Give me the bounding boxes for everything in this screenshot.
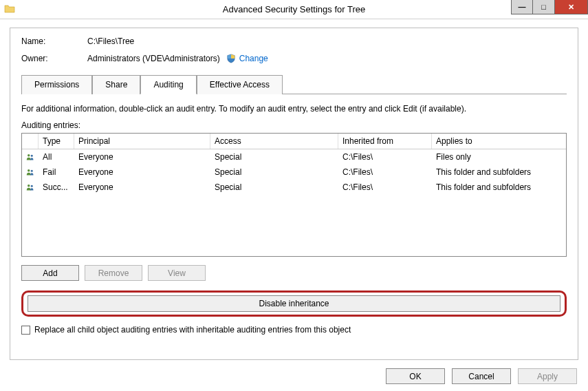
name-value: C:\Files\Tree: [87, 36, 134, 46]
svg-point-5: [31, 185, 33, 187]
cancel-button[interactable]: Cancel: [452, 368, 511, 384]
name-label: Name:: [21, 36, 87, 46]
svg-point-1: [31, 155, 33, 157]
cell-inherited: C:\Files\: [338, 181, 432, 193]
table-row[interactable]: Succ...EveryoneSpecialC:\Files\This fold…: [22, 180, 566, 195]
entries-label: Auditing entries:: [21, 120, 567, 130]
table-row[interactable]: FailEveryoneSpecialC:\Files\This folder …: [22, 165, 566, 180]
ok-button[interactable]: OK: [386, 368, 445, 384]
tab-permissions[interactable]: Permissions: [21, 75, 92, 94]
cell-access: Special: [210, 181, 338, 193]
apply-button: Apply: [518, 368, 577, 384]
svg-point-0: [28, 154, 30, 156]
content-area: Name: C:\Files\Tree Owner: Administrator…: [0, 19, 588, 391]
cell-type: Fail: [39, 166, 74, 178]
security-settings-window: Advanced Security Settings for Tree — □ …: [0, 0, 588, 391]
window-controls: — □ ✕: [511, 0, 588, 14]
svg-point-3: [31, 170, 33, 172]
minimize-button[interactable]: —: [511, 0, 533, 14]
cell-applies: This folder and subfolders: [432, 181, 566, 193]
disable-inheritance-highlight: Disable inheritance: [21, 290, 567, 317]
name-row: Name: C:\Files\Tree: [21, 36, 567, 46]
maximize-button[interactable]: □: [533, 0, 555, 14]
dialog-buttons: OK Cancel Apply: [10, 368, 578, 384]
main-frame: Name: C:\Files\Tree Owner: Administrator…: [10, 28, 578, 360]
shield-icon: [226, 53, 237, 64]
entry-buttons: Add Remove View: [21, 265, 567, 281]
people-icon: [22, 181, 39, 193]
tab-bar: Permissions Share Auditing Effective Acc…: [21, 75, 567, 94]
people-icon: [22, 166, 39, 178]
replace-entries-label: Replace all child object auditing entrie…: [34, 325, 351, 335]
cell-type: All: [39, 151, 74, 163]
change-owner-link[interactable]: Change: [239, 54, 268, 63]
auditing-entries-table: Type Principal Access Inherited from App…: [21, 133, 567, 257]
cell-inherited: C:\Files\: [338, 151, 432, 163]
column-applies[interactable]: Applies to: [432, 134, 566, 149]
disable-inheritance-button[interactable]: Disable inheritance: [28, 295, 560, 312]
instruction-text: For additional information, double-click…: [21, 104, 567, 114]
replace-entries-checkbox[interactable]: [21, 326, 30, 335]
close-button[interactable]: ✕: [555, 0, 588, 14]
folder-icon: [4, 3, 15, 14]
tab-auditing[interactable]: Auditing: [140, 75, 196, 94]
column-inherited[interactable]: Inherited from: [338, 134, 432, 149]
cell-inherited: C:\Files\: [338, 166, 432, 178]
table-body: AllEveryoneSpecialC:\Files\Files onlyFai…: [22, 149, 566, 195]
remove-button: Remove: [85, 265, 142, 281]
cell-applies: Files only: [432, 151, 566, 163]
add-button[interactable]: Add: [21, 265, 79, 281]
column-type[interactable]: Type: [39, 134, 74, 149]
cell-principal: Everyone: [74, 151, 210, 163]
cell-applies: This folder and subfolders: [432, 166, 566, 178]
cell-access: Special: [210, 151, 338, 163]
table-header: Type Principal Access Inherited from App…: [22, 134, 566, 149]
svg-point-4: [28, 184, 30, 187]
window-title: Advanced Security Settings for Tree: [223, 4, 365, 14]
cell-type: Succ...: [39, 181, 74, 193]
cell-access: Special: [210, 166, 338, 178]
table-row[interactable]: AllEveryoneSpecialC:\Files\Files only: [22, 149, 566, 165]
owner-label: Owner:: [21, 54, 87, 63]
tab-effective-access[interactable]: Effective Access: [197, 75, 283, 94]
titlebar: Advanced Security Settings for Tree — □ …: [0, 0, 588, 19]
view-button: View: [148, 265, 206, 281]
column-icon[interactable]: [22, 134, 39, 149]
cell-principal: Everyone: [74, 181, 210, 193]
cell-principal: Everyone: [74, 166, 210, 178]
svg-point-2: [28, 169, 30, 171]
replace-entries-row: Replace all child object auditing entrie…: [21, 325, 567, 335]
owner-row: Owner: Administrators (VDE\Administrator…: [21, 53, 567, 64]
people-icon: [22, 151, 39, 163]
column-principal[interactable]: Principal: [74, 134, 210, 149]
owner-value: Administrators (VDE\Administrators): [87, 54, 220, 63]
column-access[interactable]: Access: [210, 134, 338, 149]
tab-share[interactable]: Share: [92, 75, 140, 94]
